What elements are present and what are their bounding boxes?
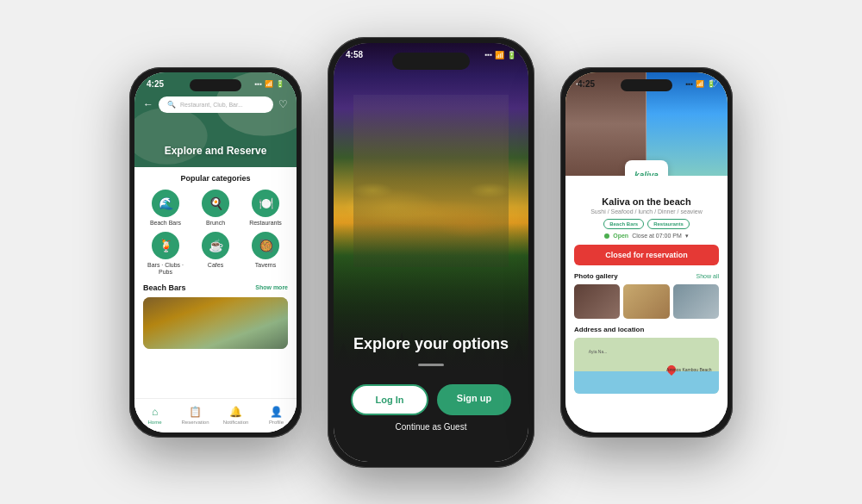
- photo-gallery: [574, 284, 719, 319]
- signup-button[interactable]: Sign up: [437, 384, 511, 415]
- brunch-icon: 🍳: [202, 190, 229, 217]
- nav-reservation[interactable]: 📋 Reservation: [175, 406, 216, 425]
- phone-1-content: ← 🔍 Restaurant, Club, Bar... ♡ Explore a…: [134, 72, 297, 432]
- login-button[interactable]: Log In: [351, 384, 428, 415]
- explore-text: Explore your options: [334, 335, 528, 353]
- bars-clubs-icon: 🍹: [152, 232, 179, 259]
- beach-bars-image-inner: [143, 297, 288, 349]
- category-restaurants[interactable]: 🍽️ Restaurants: [243, 190, 288, 227]
- signal-icon-3: ▪▪▪: [685, 80, 693, 88]
- category-bars-clubs[interactable]: 🍹 Bars · Clubs · Pubs: [143, 232, 188, 277]
- venue-hours: Open Close at 07:00 PM ▾: [574, 233, 719, 240]
- phone-2-screen: 4:58 ▪▪▪ 📶 🔋 Explore your: [334, 43, 528, 462]
- gallery-photo-1[interactable]: [574, 284, 620, 319]
- map-label-ammos: Ammos Kambou Beach: [666, 367, 712, 372]
- tag-restaurants[interactable]: Restaurants: [647, 219, 690, 229]
- beach-bars-icon: 🌊: [152, 190, 179, 217]
- phone-1-screen: ← 🔍 Restaurant, Club, Bar... ♡ Explore a…: [134, 72, 297, 432]
- venue-logo: kaliva: [625, 160, 668, 176]
- status-icons-2: ▪▪▪ 📶 🔋: [484, 51, 516, 59]
- phone-1: ← 🔍 Restaurant, Club, Bar... ♡ Explore a…: [129, 67, 302, 438]
- signal-icon: ▪▪▪: [254, 80, 262, 88]
- category-beach-bars[interactable]: 🌊 Beach Bars: [143, 190, 188, 227]
- category-brunch[interactable]: 🍳 Brunch: [193, 190, 238, 227]
- scroll-indicator: [418, 364, 444, 366]
- cafes-icon: ☕: [202, 232, 229, 259]
- notification-label: Notification: [223, 420, 249, 425]
- notification-icon: 🔔: [229, 406, 242, 418]
- beach-bars-label: Beach Bars: [150, 220, 181, 227]
- search-placeholder: Restaurant, Club, Bar...: [180, 102, 243, 108]
- status-bar-3: 4:25 ▪▪▪ 📶 🔋: [565, 72, 728, 96]
- battery-icon: 🔋: [276, 80, 284, 88]
- restaurants-icon: 🍽️: [252, 190, 279, 217]
- venue-subtitle: Sushi / Seafood / lunch / Dinner / seavi…: [574, 208, 719, 215]
- kaliva-logo-text: kaliva: [634, 171, 659, 176]
- popular-categories-title: Popular categories: [143, 174, 288, 183]
- map-view[interactable]: Ammos Kambou Beach Ayia Na...: [574, 338, 719, 394]
- profile-label: Profile: [269, 420, 284, 425]
- tag-beach-bars[interactable]: Beach Bars: [603, 219, 644, 229]
- gallery-photo-3[interactable]: [673, 284, 719, 319]
- status-time-3: 4:25: [578, 79, 595, 89]
- phone-2-content: 4:58 ▪▪▪ 📶 🔋 Explore your: [334, 43, 528, 462]
- home-icon: ⌂: [152, 406, 158, 418]
- hero-title: Explore and Reserve: [134, 145, 297, 157]
- wifi-icon-3: 📶: [696, 80, 704, 88]
- beach-bars-image: [143, 297, 288, 349]
- phone-3: 4:25 ▪▪▪ 📶 🔋 ← ♡ kaliva: [560, 67, 733, 438]
- beach-bars-header: Beach Bars Show more: [143, 283, 288, 292]
- gallery-header: Photo gallery Show all: [574, 272, 719, 280]
- closed-reservation-button[interactable]: Closed for reservation: [574, 245, 719, 265]
- nav-notification[interactable]: 🔔 Notification: [216, 406, 256, 425]
- wifi-icon-2: 📶: [495, 51, 504, 59]
- phone-3-content: 4:25 ▪▪▪ 📶 🔋 ← ♡ kaliva: [565, 72, 728, 432]
- map-water: [574, 371, 719, 394]
- gallery-title: Photo gallery: [574, 272, 618, 280]
- show-more-button[interactable]: Show more: [255, 284, 288, 290]
- bottom-navigation: ⌂ Home 📋 Reservation 🔔 Notification 👤 Pr…: [134, 398, 297, 432]
- category-taverns[interactable]: 🥘 Taverns: [243, 232, 288, 277]
- status-icons-3: ▪▪▪ 📶 🔋: [685, 80, 715, 88]
- venue-tags: Beach Bars Restaurants: [574, 219, 719, 229]
- taverns-icon: 🥘: [252, 232, 279, 259]
- show-all-button[interactable]: Show all: [696, 273, 719, 279]
- map-label-ayia: Ayia Na...: [589, 349, 608, 354]
- home-label: Home: [147, 420, 161, 425]
- close-time-text: Close at 07:00 PM: [632, 233, 682, 239]
- status-time-1: 4:25: [147, 79, 164, 89]
- bars-clubs-label: Bars · Clubs · Pubs: [143, 262, 188, 277]
- chevron-down-icon: ▾: [685, 233, 689, 240]
- categories-grid: 🌊 Beach Bars 🍳 Brunch 🍽️ Restaurants: [143, 190, 288, 277]
- search-bar-container: ← 🔍 Restaurant, Club, Bar... ♡: [143, 96, 288, 113]
- restaurants-label: Restaurants: [249, 220, 282, 227]
- gallery-photo-2[interactable]: [623, 284, 669, 319]
- venue-name: Kaliva on the beach: [574, 196, 719, 207]
- beach-bars-section-title: Beach Bars: [143, 283, 186, 292]
- profile-icon: 👤: [270, 406, 283, 418]
- signal-icon-2: ▪▪▪: [484, 51, 492, 59]
- phone-2: 4:58 ▪▪▪ 📶 🔋 Explore your: [328, 37, 534, 468]
- address-title: Address and location: [574, 326, 719, 333]
- nav-profile[interactable]: 👤 Profile: [256, 406, 297, 425]
- address-section: Address and location Ammos Kambou Beach …: [574, 326, 719, 394]
- status-time-2: 4:58: [346, 50, 363, 59]
- reservation-icon: 📋: [189, 406, 202, 418]
- reservation-label: Reservation: [181, 420, 209, 425]
- category-cafes[interactable]: ☕ Cafes: [193, 232, 238, 277]
- taverns-label: Taverns: [255, 262, 277, 269]
- open-status-dot: [604, 233, 609, 239]
- status-bar-2: 4:58 ▪▪▪ 📶 🔋: [334, 43, 528, 67]
- battery-icon-3: 🔋: [707, 80, 715, 88]
- search-bar[interactable]: 🔍 Restaurant, Club, Bar...: [159, 96, 273, 113]
- open-status-text: Open: [613, 233, 628, 239]
- phone-3-screen: 4:25 ▪▪▪ 📶 🔋 ← ♡ kaliva: [565, 72, 728, 432]
- venue-details: Kaliva on the beach Sushi / Seafood / lu…: [565, 176, 728, 399]
- battery-icon-2: 🔋: [507, 51, 516, 59]
- phone-1-main: Popular categories 🌊 Beach Bars 🍳 Brunch…: [134, 167, 297, 356]
- wifi-icon: 📶: [265, 80, 273, 88]
- continue-guest-button[interactable]: Continue as Guest: [334, 422, 528, 439]
- nav-home[interactable]: ⌂ Home: [134, 406, 175, 425]
- brunch-label: Brunch: [206, 220, 225, 227]
- dynamic-island-1: [190, 79, 241, 91]
